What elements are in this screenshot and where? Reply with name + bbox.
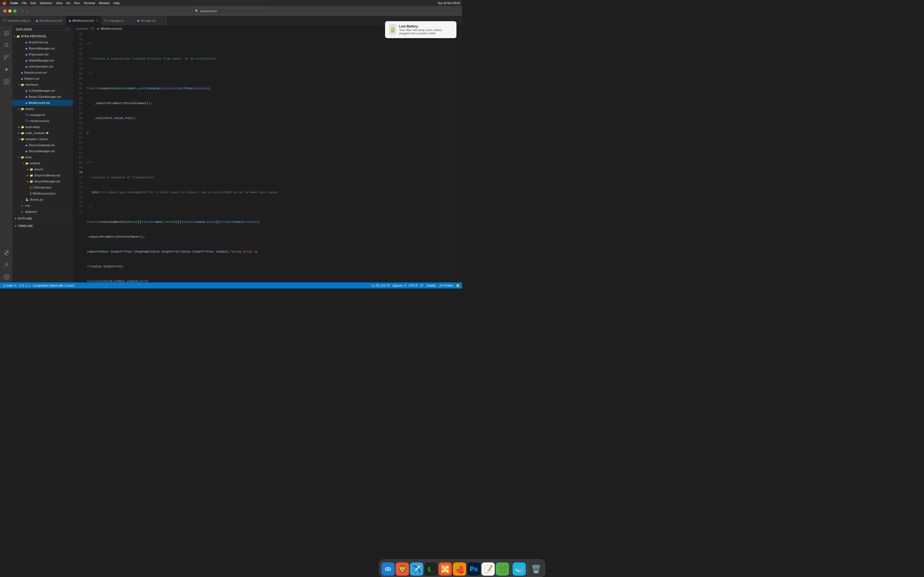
activity-extensions[interactable] xyxy=(1,76,12,87)
formatter[interactable]: ✨ Prettier xyxy=(439,284,453,287)
tree-item-manager-ts[interactable]: TS manager.ts xyxy=(13,112,73,118)
tree-item-il2opsmanager[interactable]: ◆ IL2OpsManager.sol xyxy=(13,88,73,94)
tree-item-ientrypoint[interactable]: ◆ IEntryPoint.sol xyxy=(13,39,73,45)
error-icon: ✕ xyxy=(19,284,22,287)
tree-item-artifacts[interactable]: ▼ 📂 artifacts xyxy=(13,160,73,166)
breadcrumb-l2[interactable]: l2 xyxy=(91,27,94,30)
tree-item-interfaces[interactable]: ▼ 📂 interfaces xyxy=(13,82,73,88)
breadcrumb-filename[interactable]: MiniAccount.sol xyxy=(101,27,122,30)
menu-terminal[interactable]: Terminal xyxy=(84,2,95,5)
sidebar-more-button[interactable]: ··· xyxy=(66,27,69,32)
code-editor[interactable]: /** * execute a transaction (called dire… xyxy=(85,32,440,282)
tree-item-miniaccount[interactable]: ◆ MiniAccount.sol xyxy=(13,100,73,106)
language-mode[interactable]: Solidity xyxy=(426,284,436,287)
tree-item-node-modules[interactable]: ▶ 📁 node_modules xyxy=(13,130,73,136)
sidebar-header: Explorer ··· xyxy=(13,26,73,33)
tree-item-samples[interactable]: ▼ 📂 samples / zksync xyxy=(13,136,73,142)
activity-source-control[interactable] xyxy=(1,52,12,63)
cursor-position[interactable]: Ln 70, Col 70 xyxy=(372,284,390,287)
tree-item-gitignore[interactable]: ⚙ .gitignore xyxy=(13,208,73,214)
forward-button[interactable]: › xyxy=(26,8,29,14)
breadcrumb-contracts[interactable]: contracts xyxy=(76,27,88,30)
activity-explorer[interactable] xyxy=(1,28,12,39)
tab-close-button[interactable]: ✕ xyxy=(96,19,98,22)
tree-item-zksyncgateway-folder[interactable]: ▶ 📁 ZksyncGateway.sol xyxy=(13,172,73,178)
tree-item-inoncemanager[interactable]: ◆ INonceManager.sol xyxy=(13,45,73,52)
tree-item-l1router-json[interactable]: {} L1Router.json xyxy=(13,184,73,190)
tab-label: manager.ts xyxy=(109,19,124,22)
tab-baseaccount[interactable]: ◆ BaseAccount.sol xyxy=(33,16,66,26)
error-count[interactable]: ✕ 0 ⚠ 1 xyxy=(19,284,30,287)
activity-run-debug[interactable] xyxy=(1,64,12,75)
notification-bell[interactable]: 🔔 xyxy=(456,284,460,287)
ts-file-icon: TS xyxy=(25,113,29,116)
breadcrumb-sep: › xyxy=(95,27,96,30)
menu-selection[interactable]: Selection xyxy=(40,2,52,5)
spaces[interactable]: Spaces: 4 xyxy=(393,284,406,287)
tree-item-local-setup[interactable]: ▶ 📁 local-setup xyxy=(13,124,73,130)
search-bar[interactable]: 🔍 xtra-protocol xyxy=(192,8,270,14)
menu-go[interactable]: Go xyxy=(66,2,70,5)
tree-item-zksync-folder[interactable]: ▶ 📁 zksync xyxy=(13,166,73,172)
activity-accounts[interactable] xyxy=(1,259,12,270)
tree-item-istakemanager[interactable]: ◆ IStakeManager.sol xyxy=(13,57,73,63)
menu-help[interactable]: Help xyxy=(113,2,120,5)
tree-item-basel2opsmanager[interactable]: ◆ BaseL2OpsManager.sol xyxy=(13,94,73,100)
sol-file-icon: ◆ xyxy=(25,65,27,68)
tree-item-useroperation[interactable]: ◆ UserOperation.sol xyxy=(13,63,73,69)
back-button[interactable]: ‹ xyxy=(21,8,24,14)
fullscreen-button[interactable] xyxy=(13,9,16,13)
tree-root[interactable]: ▼ 📁 XTRA-PROTOCOL xyxy=(13,33,73,39)
activity-remote[interactable] xyxy=(1,247,12,258)
menu-window[interactable]: Window xyxy=(99,2,110,5)
tree-item-ipaymaster[interactable]: ◆ IPaymaster.sol xyxy=(13,52,73,57)
tab-manager[interactable]: TS manager.ts xyxy=(101,16,134,26)
menu-run[interactable]: Run xyxy=(74,2,80,5)
minimap-content xyxy=(440,32,462,282)
apple-icon[interactable]: 🍎 xyxy=(2,1,6,5)
tab-storage[interactable]: ◆ Storage.sol xyxy=(134,16,167,26)
activity-settings[interactable] xyxy=(1,271,12,282)
menu-file[interactable]: File xyxy=(22,2,27,5)
line-ending[interactable]: LF xyxy=(420,284,423,287)
tab-hardhat[interactable]: TS hardhat.config.ts xyxy=(0,16,33,26)
menu-view[interactable]: View xyxy=(56,2,62,5)
code-line-49 xyxy=(87,145,440,150)
folder-icon: 📁 xyxy=(21,132,24,135)
tree-item-zksyncgateway[interactable]: ◆ ZksyncGateway.sol xyxy=(13,142,73,148)
file-label: Helpers.sol xyxy=(24,77,39,80)
line-num: 62 xyxy=(74,131,82,135)
line-num: 63 xyxy=(74,135,82,140)
tree-item-env[interactable]: ⚙ .env xyxy=(13,203,73,208)
line-num: 45 xyxy=(74,47,82,52)
svg-rect-8 xyxy=(4,82,6,84)
close-button[interactable] xyxy=(3,9,6,13)
tree-item-miniaccount-json[interactable]: {} MiniAccount.json xyxy=(13,190,73,197)
tab-miniaccount[interactable]: ◆ MiniAccount.sol ✕ xyxy=(66,16,101,26)
minimize-button[interactable] xyxy=(8,9,11,13)
menu-edit[interactable]: Edit xyxy=(31,2,36,5)
tree-item-zksync-py[interactable]: 🐍 zksync.py xyxy=(13,197,73,203)
tree-item-deploy[interactable]: ▼ 📂 deploy xyxy=(13,106,73,112)
tree-item-miniaccount-ts[interactable]: TS miniaccount.ts xyxy=(13,118,73,124)
tree-item-zksyncmanager-folder[interactable]: ▶ 📁 ZksyncManager.sol xyxy=(13,178,73,184)
folder-icon: 📂 xyxy=(21,156,24,159)
encoding[interactable]: UTF-8 xyxy=(409,284,417,287)
menu-app-name[interactable]: Code xyxy=(10,2,18,5)
line-num: 50 xyxy=(74,71,82,76)
line-num: 76 xyxy=(74,200,82,205)
git-branch[interactable]: ⎇ main ↻ xyxy=(2,284,16,287)
tree-item-zksyncmanager[interactable]: ◆ ZksyncManager.sol xyxy=(13,148,73,154)
code-line-53: */ xyxy=(87,205,440,210)
folder-label: deploy xyxy=(25,107,34,110)
tree-item-baseaccount[interactable]: ◆ BaseAccount.sol xyxy=(13,69,73,76)
tree-item-helpers[interactable]: ◆ Helpers.sol xyxy=(13,76,73,82)
tree-item-tests[interactable]: ▼ 📂 tests xyxy=(13,154,73,160)
activity-search[interactable] xyxy=(1,40,12,51)
outline-header[interactable]: ▶ OUTLINE xyxy=(13,215,73,221)
line-num: 60 xyxy=(74,121,82,126)
sol-file-icon: ◆ xyxy=(25,144,27,147)
folder-label: ZksyncGateway.sol xyxy=(34,174,60,177)
file-label: zksync.py xyxy=(30,198,43,201)
timeline-header[interactable]: ▶ TIMELINE xyxy=(13,223,73,229)
